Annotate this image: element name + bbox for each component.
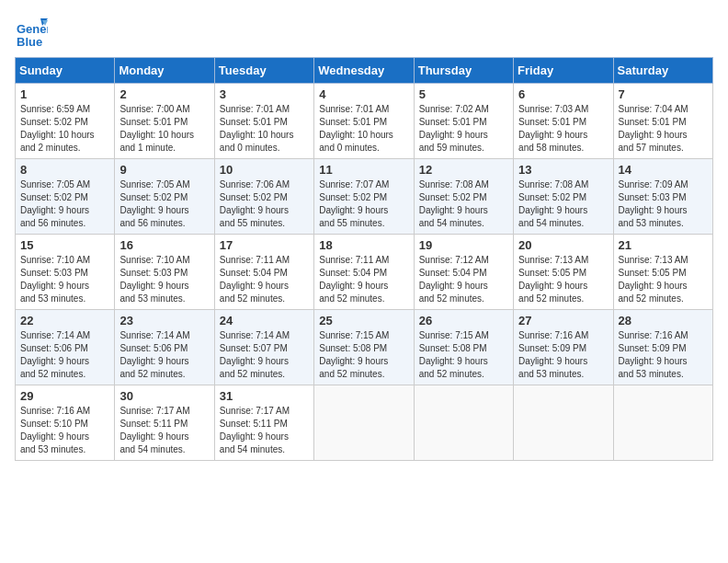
- day-number: 1: [20, 87, 109, 101]
- day-number: 13: [518, 163, 608, 177]
- day-info: Sunrise: 7:07 AM Sunset: 5:02 PM Dayligh…: [319, 178, 408, 230]
- day-number: 10: [220, 163, 309, 177]
- logo: General Blue: [15, 15, 51, 48]
- calendar-cell: 19Sunrise: 7:12 AM Sunset: 5:04 PM Dayli…: [414, 235, 513, 310]
- day-number: 8: [20, 163, 109, 177]
- calendar-cell: 1Sunrise: 6:59 AM Sunset: 5:02 PM Daylig…: [16, 84, 115, 159]
- calendar-week-3: 15Sunrise: 7:10 AM Sunset: 5:03 PM Dayli…: [16, 235, 713, 310]
- calendar-cell: [514, 385, 613, 461]
- calendar-cell: 28Sunrise: 7:16 AM Sunset: 5:09 PM Dayli…: [613, 310, 712, 385]
- calendar-cell: [414, 385, 513, 461]
- day-info: Sunrise: 7:04 AM Sunset: 5:01 PM Dayligh…: [619, 103, 708, 155]
- calendar-cell: 6Sunrise: 7:03 AM Sunset: 5:01 PM Daylig…: [514, 84, 613, 159]
- day-info: Sunrise: 7:05 AM Sunset: 5:02 PM Dayligh…: [119, 178, 209, 230]
- calendar-cell: 9Sunrise: 7:05 AM Sunset: 5:02 PM Daylig…: [115, 159, 214, 235]
- day-number: 15: [20, 238, 109, 252]
- calendar-cell: 21Sunrise: 7:13 AM Sunset: 5:05 PM Dayli…: [613, 235, 712, 310]
- day-info: Sunrise: 7:13 AM Sunset: 5:05 PM Dayligh…: [518, 254, 608, 305]
- day-info: Sunrise: 7:15 AM Sunset: 5:08 PM Dayligh…: [319, 329, 408, 381]
- day-number: 5: [419, 87, 508, 101]
- calendar-cell: [314, 385, 414, 461]
- day-header-wednesday: Wednesday: [314, 58, 414, 84]
- calendar-cell: 15Sunrise: 7:10 AM Sunset: 5:03 PM Dayli…: [16, 235, 115, 310]
- calendar-cell: 10Sunrise: 7:06 AM Sunset: 5:02 PM Dayli…: [214, 159, 313, 235]
- svg-text:Blue: Blue: [17, 35, 42, 48]
- calendar-cell: 2Sunrise: 7:00 AM Sunset: 5:01 PM Daylig…: [115, 84, 214, 159]
- calendar-week-5: 29Sunrise: 7:16 AM Sunset: 5:10 PM Dayli…: [16, 385, 713, 461]
- day-header-friday: Friday: [514, 58, 613, 84]
- calendar-cell: 5Sunrise: 7:02 AM Sunset: 5:01 PM Daylig…: [414, 84, 513, 159]
- day-number: 20: [518, 238, 608, 252]
- day-number: 27: [518, 314, 608, 327]
- day-info: Sunrise: 7:16 AM Sunset: 5:09 PM Dayligh…: [518, 329, 608, 381]
- day-info: Sunrise: 7:08 AM Sunset: 5:02 PM Dayligh…: [518, 178, 608, 230]
- day-number: 25: [319, 314, 408, 327]
- calendar-week-2: 8Sunrise: 7:05 AM Sunset: 5:02 PM Daylig…: [16, 159, 713, 235]
- calendar-cell: 13Sunrise: 7:08 AM Sunset: 5:02 PM Dayli…: [514, 159, 613, 235]
- day-info: Sunrise: 7:08 AM Sunset: 5:02 PM Dayligh…: [419, 178, 508, 230]
- day-info: Sunrise: 7:14 AM Sunset: 5:06 PM Dayligh…: [20, 329, 109, 381]
- calendar-week-4: 22Sunrise: 7:14 AM Sunset: 5:06 PM Dayli…: [16, 310, 713, 385]
- calendar-cell: 18Sunrise: 7:11 AM Sunset: 5:04 PM Dayli…: [314, 235, 414, 310]
- day-number: 21: [619, 238, 708, 252]
- day-number: 3: [220, 87, 309, 101]
- day-number: 12: [419, 163, 508, 177]
- page-header: General Blue: [15, 15, 713, 48]
- calendar-cell: 30Sunrise: 7:17 AM Sunset: 5:11 PM Dayli…: [115, 385, 214, 461]
- day-info: Sunrise: 7:14 AM Sunset: 5:06 PM Dayligh…: [119, 329, 209, 381]
- day-number: 22: [20, 314, 109, 327]
- day-number: 16: [119, 238, 209, 252]
- calendar-cell: 14Sunrise: 7:09 AM Sunset: 5:03 PM Dayli…: [613, 159, 712, 235]
- calendar-cell: 27Sunrise: 7:16 AM Sunset: 5:09 PM Dayli…: [514, 310, 613, 385]
- calendar-table: SundayMondayTuesdayWednesdayThursdayFrid…: [15, 57, 713, 461]
- day-number: 11: [319, 163, 408, 177]
- day-info: Sunrise: 7:06 AM Sunset: 5:02 PM Dayligh…: [220, 178, 309, 230]
- day-info: Sunrise: 7:09 AM Sunset: 5:03 PM Dayligh…: [619, 178, 708, 230]
- calendar-cell: 22Sunrise: 7:14 AM Sunset: 5:06 PM Dayli…: [16, 310, 115, 385]
- day-info: Sunrise: 6:59 AM Sunset: 5:02 PM Dayligh…: [20, 103, 109, 155]
- day-number: 19: [419, 238, 508, 252]
- day-header-tuesday: Tuesday: [214, 58, 313, 84]
- day-info: Sunrise: 7:12 AM Sunset: 5:04 PM Dayligh…: [419, 254, 508, 305]
- day-info: Sunrise: 7:11 AM Sunset: 5:04 PM Dayligh…: [319, 254, 408, 305]
- calendar-cell: 26Sunrise: 7:15 AM Sunset: 5:08 PM Dayli…: [414, 310, 513, 385]
- day-info: Sunrise: 7:13 AM Sunset: 5:05 PM Dayligh…: [619, 254, 708, 305]
- calendar-cell: 11Sunrise: 7:07 AM Sunset: 5:02 PM Dayli…: [314, 159, 414, 235]
- day-header-monday: Monday: [115, 58, 214, 84]
- day-number: 14: [619, 163, 708, 177]
- calendar-cell: 3Sunrise: 7:01 AM Sunset: 5:01 PM Daylig…: [214, 84, 313, 159]
- calendar-cell: 4Sunrise: 7:01 AM Sunset: 5:01 PM Daylig…: [314, 84, 414, 159]
- calendar-cell: 31Sunrise: 7:17 AM Sunset: 5:11 PM Dayli…: [214, 385, 313, 461]
- calendar-cell: 24Sunrise: 7:14 AM Sunset: 5:07 PM Dayli…: [214, 310, 313, 385]
- day-info: Sunrise: 7:10 AM Sunset: 5:03 PM Dayligh…: [20, 254, 109, 305]
- day-number: 31: [220, 389, 309, 403]
- day-info: Sunrise: 7:11 AM Sunset: 5:04 PM Dayligh…: [220, 254, 309, 305]
- day-info: Sunrise: 7:01 AM Sunset: 5:01 PM Dayligh…: [319, 103, 408, 155]
- day-number: 24: [220, 314, 309, 327]
- calendar-cell: 29Sunrise: 7:16 AM Sunset: 5:10 PM Dayli…: [16, 385, 115, 461]
- day-info: Sunrise: 7:05 AM Sunset: 5:02 PM Dayligh…: [20, 178, 109, 230]
- day-info: Sunrise: 7:15 AM Sunset: 5:08 PM Dayligh…: [419, 329, 508, 381]
- day-number: 7: [619, 87, 708, 101]
- day-info: Sunrise: 7:01 AM Sunset: 5:01 PM Dayligh…: [220, 103, 309, 155]
- calendar-cell: 20Sunrise: 7:13 AM Sunset: 5:05 PM Dayli…: [514, 235, 613, 310]
- day-info: Sunrise: 7:16 AM Sunset: 5:09 PM Dayligh…: [619, 329, 708, 381]
- day-info: Sunrise: 7:17 AM Sunset: 5:11 PM Dayligh…: [220, 405, 309, 456]
- day-number: 17: [220, 238, 309, 252]
- day-number: 18: [319, 238, 408, 252]
- day-info: Sunrise: 7:16 AM Sunset: 5:10 PM Dayligh…: [20, 405, 109, 456]
- calendar-cell: [613, 385, 712, 461]
- calendar-cell: 16Sunrise: 7:10 AM Sunset: 5:03 PM Dayli…: [115, 235, 214, 310]
- day-number: 6: [518, 87, 608, 101]
- calendar-header-row: SundayMondayTuesdayWednesdayThursdayFrid…: [16, 58, 713, 84]
- calendar-cell: 7Sunrise: 7:04 AM Sunset: 5:01 PM Daylig…: [613, 84, 712, 159]
- day-number: 30: [119, 389, 209, 403]
- day-number: 23: [119, 314, 209, 327]
- day-header-thursday: Thursday: [414, 58, 513, 84]
- calendar-cell: 25Sunrise: 7:15 AM Sunset: 5:08 PM Dayli…: [314, 310, 414, 385]
- calendar-cell: 8Sunrise: 7:05 AM Sunset: 5:02 PM Daylig…: [16, 159, 115, 235]
- calendar-week-1: 1Sunrise: 6:59 AM Sunset: 5:02 PM Daylig…: [16, 84, 713, 159]
- day-info: Sunrise: 7:10 AM Sunset: 5:03 PM Dayligh…: [119, 254, 209, 305]
- day-info: Sunrise: 7:02 AM Sunset: 5:01 PM Dayligh…: [419, 103, 508, 155]
- day-number: 4: [319, 87, 408, 101]
